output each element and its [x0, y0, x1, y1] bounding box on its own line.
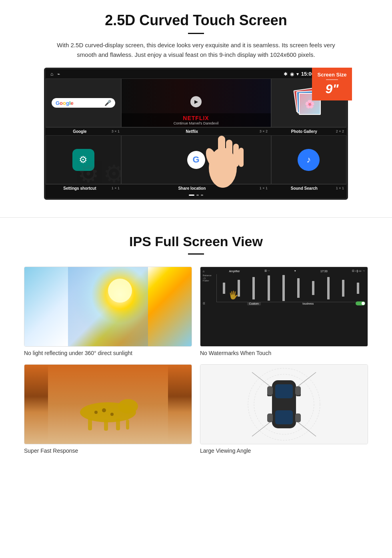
section-divider [0, 217, 392, 218]
netflix-label: Netflix 3 × 2 [122, 128, 270, 135]
svg-point-11 [102, 408, 106, 412]
svg-rect-26 [295, 386, 301, 395]
section1-title: 2.5D Curved Touch Screen [24, 12, 368, 29]
settings-thumbnail: ⚙ ⚙ ⚙ [46, 136, 121, 184]
status-left-icons: ⌂ ⌁ [50, 71, 60, 77]
feature-img-amplifier: ⌂ Amplifier ☰ ··· ▾ 17:33 ⊡ ◁) ▭ → Balan… [200, 267, 368, 347]
app-row-1: Google 🎤 [46, 78, 346, 127]
title-divider [188, 33, 204, 34]
share-label: Share location 1 × 1 [122, 185, 270, 192]
play-button[interactable]: ▶ [190, 96, 202, 107]
svg-rect-4 [239, 148, 244, 167]
share-thumbnail: G [122, 136, 271, 184]
google-search-bar[interactable]: Google 🎤 [52, 98, 115, 108]
hand-on-bars: 🖐 [228, 290, 365, 300]
netflix-thumb: ▶ NETFLIX Continue Marvel's Daredevil [122, 79, 271, 127]
features-grid: No light reflecting under 360° direct su… [24, 267, 368, 454]
badge-divider [326, 79, 338, 80]
svg-point-12 [110, 413, 114, 416]
device-screen: ⌂ ⌁ ✱ ◉ ▾ 15:06 ⊡ ◁) ⊠ ▭ [44, 68, 348, 200]
svg-rect-28 [295, 413, 301, 422]
home-icon: ⌂ [50, 71, 53, 77]
feature-label-cheetah: Super Fast Response [24, 448, 192, 454]
google-thumb: Google 🎤 [46, 79, 121, 127]
app-row-2: ⚙ ⚙ ⚙ G [46, 135, 346, 184]
svg-point-13 [94, 411, 98, 414]
section-curved-touch: 2.5D Curved Touch Screen With 2.5D curve… [0, 0, 392, 209]
sunlight-svg [68, 267, 148, 347]
device-mockup: Screen Size 9" ⌂ ⌁ ✱ ◉ ▾ 15:06 [44, 68, 348, 200]
location-icon: ◉ [290, 71, 294, 77]
sound-cell[interactable]: ♪ [271, 135, 347, 184]
svg-rect-22 [275, 410, 293, 424]
app-labels-row-2: Settings shortcut 1 × 1 Share location 1… [46, 184, 346, 192]
section-ips: IPS Full Screen View [0, 226, 392, 466]
car-svg [244, 364, 324, 444]
section2-title: IPS Full Screen View [24, 234, 368, 249]
amp-home-icon: ⌂ [203, 270, 204, 273]
feature-sunlight: No light reflecting under 360° direct su… [24, 267, 192, 356]
svg-rect-3 [233, 144, 239, 167]
cheetah-visual [24, 365, 192, 444]
dot-1 [189, 195, 194, 196]
svg-rect-1 [218, 136, 225, 164]
svg-point-7 [108, 279, 132, 303]
google-cell[interactable]: Google 🎤 [46, 78, 121, 127]
cheetah-svg [48, 364, 168, 444]
svg-point-10 [118, 399, 138, 413]
amp-time: 17:33 [320, 270, 328, 273]
wifi-icon: ▾ [296, 71, 299, 77]
amp-prev: ⟨⟨ [203, 302, 205, 305]
badge-size: 9" [315, 82, 349, 96]
badge-title: Screen Size [315, 72, 349, 78]
amp-loudness-label: loudness [302, 302, 314, 305]
netflix-overlay: NETFLIX Continue Marvel's Daredevil [122, 113, 271, 127]
sound-label: Sound Search 1 × 1 [270, 185, 346, 192]
bar-1-fill [223, 283, 225, 294]
section2-divider [188, 253, 204, 255]
feature-car: Large Viewing Angle [200, 364, 368, 454]
dot-3 [201, 195, 203, 196]
usb-icon: ⌁ [57, 71, 60, 77]
car-visual [200, 365, 368, 444]
netflix-cell[interactable]: ▶ NETFLIX Continue Marvel's Daredevil [121, 78, 271, 127]
amp-custom-btn[interactable]: Custom [247, 302, 261, 305]
mic-icon: 🎤 [104, 100, 111, 106]
svg-rect-15 [104, 420, 108, 431]
feature-label-car: Large Viewing Angle [200, 448, 368, 454]
section1-description: With 2.5D curved-display screen, this de… [56, 40, 336, 60]
amp-bars-container: 🖐 [216, 274, 365, 300]
amp-title: Amplifier [229, 270, 240, 273]
settings-bg-icons: ⚙ ⚙ [78, 160, 121, 184]
amp-icons: ⊡ ◁) ▭ → [352, 269, 365, 273]
amp-header: ⌂ Amplifier ☰ ··· ▾ 17:33 ⊡ ◁) ▭ → [203, 269, 365, 273]
sound-thumbnail: ♪ [272, 136, 346, 184]
svg-line-30 [298, 372, 316, 386]
svg-rect-21 [275, 384, 293, 398]
amp-wifi-icon: ▾ [294, 269, 296, 273]
gallery-label: Photo Gallery 2 × 2 [270, 128, 346, 135]
feature-label-sunlight: No light reflecting under 360° direct su… [24, 350, 192, 356]
amplifier-screen: ⌂ Amplifier ☰ ··· ▾ 17:33 ⊡ ◁) ▭ → Balan… [200, 267, 368, 346]
amp-toggle[interactable] [356, 301, 365, 305]
google-logo: Google [56, 100, 74, 106]
amp-side-labels: Balance◁)Fader [203, 274, 365, 300]
svg-rect-6 [68, 267, 148, 347]
feature-img-cheetah [24, 364, 192, 444]
svg-rect-2 [226, 140, 232, 166]
amp-balance-label: Balance◁)Fader [203, 274, 215, 300]
pagination-dots [46, 192, 346, 198]
share-cell[interactable]: G [121, 135, 271, 184]
svg-rect-14 [88, 418, 92, 430]
feature-label-amplifier: No Watermarks When Touch [200, 350, 368, 356]
svg-rect-17 [126, 420, 129, 430]
sound-icon: ♪ [298, 149, 320, 171]
google-label: Google 3 × 1 [46, 128, 122, 135]
settings-label: Settings shortcut 1 × 1 [46, 185, 122, 192]
dot-2 [196, 195, 199, 196]
hand-overlay [199, 112, 247, 192]
feature-img-sunlight [24, 267, 192, 347]
settings-cell[interactable]: ⚙ ⚙ ⚙ [46, 135, 121, 184]
page: 2.5D Curved Touch Screen With 2.5D curve… [0, 0, 392, 466]
app-labels-row-1: Google 3 × 1 Netflix 3 × 2 Photo Gallery… [46, 127, 346, 135]
